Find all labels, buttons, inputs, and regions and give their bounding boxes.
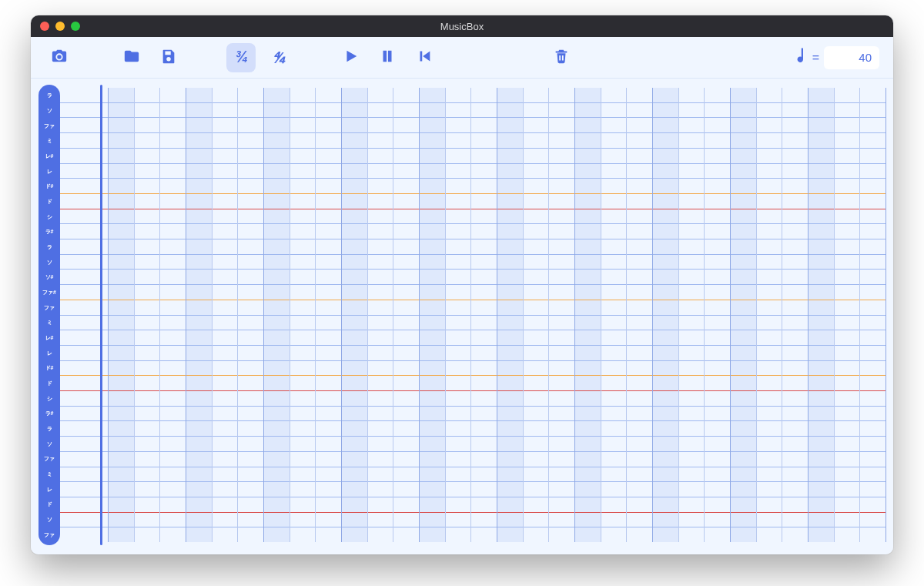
time-signature-3-4-button[interactable]: ¾ — [226, 43, 256, 72]
note-label[interactable]: ラ — [38, 88, 60, 103]
note-label[interactable]: ファ — [38, 451, 60, 467]
note-label[interactable]: ラ# — [38, 224, 60, 239]
skip-previous-icon — [416, 48, 433, 68]
camera-icon — [51, 48, 68, 68]
note-label[interactable]: ソ — [38, 436, 60, 451]
tempo-control: = — [794, 46, 879, 69]
delete-button[interactable] — [547, 43, 576, 72]
time-signature-4-4-label: ⁴⁄₄ — [273, 49, 283, 67]
note-grid — [60, 85, 886, 545]
save-icon — [160, 48, 177, 68]
save-button[interactable] — [154, 43, 183, 72]
note-label[interactable]: ラ — [38, 421, 60, 437]
zoom-window-button[interactable] — [71, 22, 80, 31]
note-label[interactable]: ド — [38, 376, 60, 391]
pause-icon — [379, 48, 396, 68]
minimize-window-button[interactable] — [55, 22, 65, 31]
note-label[interactable]: シ — [38, 209, 60, 224]
note-label[interactable]: ラ# — [38, 406, 60, 421]
tempo-equals: = — [812, 51, 819, 65]
note-label[interactable]: ソ# — [38, 270, 60, 285]
rewind-button[interactable] — [410, 43, 439, 72]
note-label[interactable]: シ — [38, 390, 60, 406]
pause-button[interactable] — [373, 43, 402, 72]
titlebar: MusicBox — [31, 15, 893, 37]
note-label[interactable]: ファ# — [38, 285, 60, 300]
grid-click-area[interactable] — [60, 88, 886, 542]
folder-icon — [123, 48, 140, 68]
note-label[interactable]: ファ — [38, 527, 60, 542]
open-button[interactable] — [117, 43, 146, 72]
note-label[interactable]: レ — [38, 481, 60, 497]
note-label[interactable]: ド# — [38, 360, 60, 376]
trash-icon — [553, 48, 570, 68]
note-labels: ラソファミレ#レド#ドシラ#ラソソ#ファ#ファミレ#レド#ドシラ#ラソファミレド… — [38, 85, 60, 545]
note-label[interactable]: レ — [38, 163, 60, 179]
time-signature-4-4-button[interactable]: ⁴⁄₄ — [263, 43, 293, 72]
note-label[interactable]: ラ — [38, 239, 60, 255]
toolbar: ¾ ⁴⁄₄ — [31, 37, 893, 79]
note-label[interactable]: レ — [38, 345, 60, 360]
camera-button[interactable] — [45, 43, 74, 72]
close-window-button[interactable] — [40, 22, 49, 31]
note-label[interactable]: ド — [38, 497, 60, 512]
note-label[interactable]: ソ — [38, 254, 60, 270]
note-label[interactable]: ソ — [38, 512, 60, 527]
note-label[interactable]: レ# — [38, 330, 60, 346]
play-icon — [342, 48, 359, 68]
workspace: ラソファミレ#レド#ドシラ#ラソソ#ファ#ファミレ#レド#ドシラ#ラソファミレド… — [31, 79, 893, 554]
app-window: MusicBox ¾ — [31, 15, 893, 554]
quarter-note-icon — [794, 46, 808, 69]
note-label[interactable]: ファ — [38, 118, 60, 133]
window-title: MusicBox — [31, 21, 893, 32]
note-label[interactable]: ミ — [38, 467, 60, 482]
note-label[interactable]: レ# — [38, 149, 60, 164]
tempo-input[interactable] — [824, 46, 879, 69]
time-signature-3-4-label: ¾ — [236, 49, 247, 66]
note-label[interactable]: ソ — [38, 103, 60, 119]
note-label[interactable]: ファ — [38, 300, 60, 315]
note-label[interactable]: ド — [38, 194, 60, 209]
note-label[interactable]: ミ — [38, 315, 60, 330]
playhead[interactable] — [100, 85, 102, 545]
window-controls — [31, 22, 80, 31]
note-label[interactable]: ド# — [38, 179, 60, 194]
play-button[interactable] — [336, 43, 365, 72]
note-label[interactable]: ミ — [38, 133, 60, 149]
